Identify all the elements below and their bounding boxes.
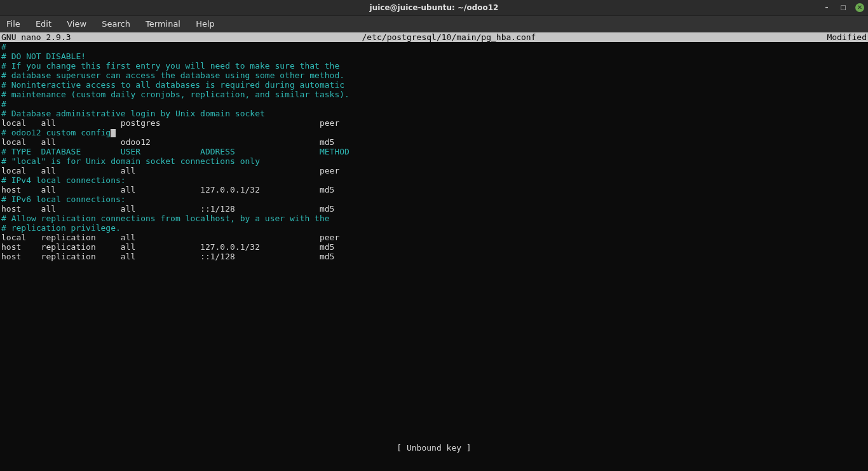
editor-line[interactable]: # Database administrative login by Unix … — [1, 109, 867, 118]
menu-view[interactable]: View — [60, 16, 93, 32]
editor-line[interactable]: # TYPE DATABASE USER ADDRESS METHOD — [1, 147, 867, 156]
editor-line[interactable]: # — [1, 42, 867, 51]
nano-title-bar: GNU nano 2.9.3 /etc/postgresql/10/main/p… — [0, 32, 868, 42]
editor-line[interactable]: # If you change this first entry you wil… — [1, 61, 867, 71]
nano-shortcut-bar: ^G Get Help^O Write Out^W Where Is^K Cut… — [0, 453, 868, 471]
nano-file-path: /etc/postgresql/10/main/pg_hba.conf — [71, 32, 827, 42]
editor-line[interactable]: # Allow replication connections from loc… — [1, 214, 867, 223]
editor-line[interactable]: host all all 127.0.0.1/32 md5 — [1, 185, 867, 195]
editor-line[interactable]: # Noninteractive access to all databases… — [1, 80, 867, 90]
editor-line[interactable]: local all odoo12 md5 — [1, 137, 867, 147]
editor-line[interactable]: local replication all peer — [1, 233, 867, 242]
editor-line[interactable]: # database superuser can access the data… — [1, 71, 867, 80]
editor-line[interactable]: # IPv6 local connections: — [1, 195, 867, 204]
menu-file[interactable]: File — [4, 16, 27, 32]
editor-line[interactable]: # — [1, 99, 867, 109]
editor-line[interactable]: host all all ::1/128 md5 — [1, 204, 867, 214]
minimize-icon[interactable]: – — [822, 3, 831, 12]
menu-terminal[interactable]: Terminal — [139, 16, 187, 32]
nano-status-message: [ Unbound key ] — [0, 443, 868, 453]
editor-line[interactable]: # replication privilege. — [1, 223, 867, 233]
editor-line[interactable]: # maintenance (custom daily cronjobs, re… — [1, 90, 867, 99]
window-title: juice@juice-ubuntu: ~/odoo12 — [370, 3, 499, 12]
nano-modified-label: Modified — [827, 32, 868, 42]
window-titlebar: juice@juice-ubuntu: ~/odoo12 – □ ✕ — [0, 0, 868, 15]
close-icon[interactable]: ✕ — [855, 3, 864, 12]
menubar: File Edit View Search Terminal Help — [0, 15, 868, 32]
editor-line[interactable]: # odoo12 custom config — [1, 128, 867, 137]
maximize-icon[interactable]: □ — [839, 3, 848, 12]
editor-line[interactable]: # IPv4 local connections: — [1, 175, 867, 185]
menu-search[interactable]: Search — [95, 16, 137, 32]
editor-line[interactable]: local all postgres peer — [1, 118, 867, 128]
editor-line[interactable]: # "local" is for Unix domain socket conn… — [1, 156, 867, 166]
text-cursor — [111, 129, 116, 137]
editor-line[interactable]: host replication all 127.0.0.1/32 md5 — [1, 242, 867, 252]
nano-app-label: GNU nano 2.9.3 — [0, 32, 71, 42]
window-controls: – □ ✕ — [822, 0, 864, 15]
editor-line[interactable]: local all all peer — [1, 166, 867, 175]
menu-help[interactable]: Help — [189, 16, 221, 32]
menu-edit[interactable]: Edit — [29, 16, 58, 32]
editor-line[interactable]: host replication all ::1/128 md5 — [1, 252, 867, 261]
terminal[interactable]: GNU nano 2.9.3 /etc/postgresql/10/main/p… — [0, 32, 868, 471]
editor-body[interactable]: ## DO NOT DISABLE!# If you change this f… — [0, 42, 868, 261]
editor-line[interactable]: # DO NOT DISABLE! — [1, 51, 867, 61]
